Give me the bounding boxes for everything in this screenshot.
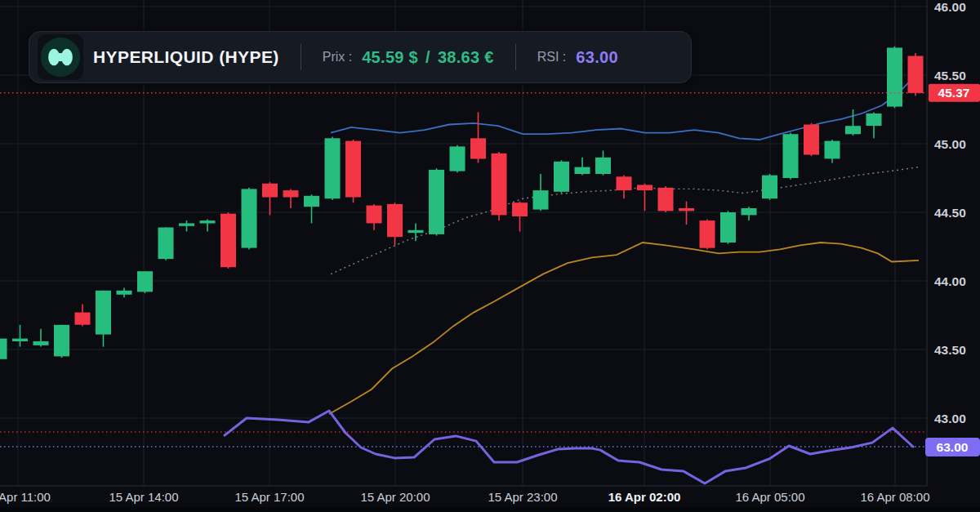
candle-body — [908, 56, 924, 93]
candle-body — [595, 158, 611, 174]
candle-body — [700, 220, 715, 248]
candle-body — [242, 189, 257, 247]
x-axis-time-label: 16 Apr 02:00 — [608, 490, 681, 504]
candle-body — [200, 220, 216, 223]
candle-body — [54, 325, 69, 357]
candle-body — [533, 190, 549, 210]
candle-body — [33, 341, 49, 345]
candle-body — [658, 188, 674, 211]
candle-body — [866, 114, 882, 126]
candle-body — [96, 291, 111, 335]
candle-body — [179, 223, 194, 225]
y-axis-tick-label: 44.00 — [934, 274, 966, 288]
hyperliquid-logo-svg — [38, 35, 82, 79]
candle-body — [75, 313, 91, 325]
x-axis-time-label: 16 Apr 05:00 — [735, 490, 804, 504]
sma-slow-line — [329, 243, 919, 414]
rsi-label-text: 63.00 — [937, 440, 969, 454]
x-axis-time-label: 15 Apr 14:00 — [109, 490, 178, 504]
candle-body — [720, 212, 736, 243]
header-divider — [301, 44, 301, 70]
candle-body — [283, 190, 299, 197]
x-axis-time-label: 15 Apr 20:00 — [360, 490, 430, 504]
rsi-label: RSI : — [537, 50, 567, 65]
y-axis-tick-label: 45.50 — [934, 69, 966, 82]
candle-body — [470, 138, 486, 158]
hyperliquid-logo-icon — [38, 34, 83, 80]
trading-chart-window: 46.0045.5045.0044.5044.0043.5043.00Apr 1… — [0, 0, 980, 512]
price-eur-value: 38.63 € — [438, 48, 494, 67]
header-divider-2 — [515, 44, 516, 70]
candle-body — [117, 291, 132, 295]
x-axis-time-label: 15 Apr 17:00 — [234, 490, 304, 504]
rsi-value: 63.00 — [576, 48, 618, 67]
price-separator: / — [425, 48, 430, 67]
y-axis-tick-label: 45.00 — [934, 137, 966, 151]
y-axis-tick-label: 46.00 — [934, 0, 966, 14]
price-usd-value: 45.59 $ — [362, 48, 418, 67]
candle-body — [783, 134, 799, 178]
candle-body — [554, 162, 569, 192]
candle-body — [137, 271, 153, 292]
candle-body — [262, 184, 278, 198]
candle-body — [220, 214, 236, 268]
candle-body — [0, 339, 7, 359]
bottom-strip — [0, 507, 980, 512]
candle-body — [304, 196, 319, 207]
candle-body — [408, 230, 424, 233]
x-axis-time-label: Apr 11:00 — [0, 490, 51, 504]
y-axis-tick-label: 43.00 — [934, 412, 966, 425]
candle-body — [325, 138, 341, 198]
x-axis-time-label: 15 Apr 23:00 — [488, 490, 557, 504]
candle-body — [429, 170, 444, 234]
candle-body — [825, 141, 840, 159]
candle-body — [450, 146, 466, 171]
candle-body — [617, 176, 632, 190]
candle-body — [845, 126, 861, 134]
candle-body — [575, 167, 590, 174]
x-axis-time-label: 16 Apr 08:00 — [860, 490, 929, 504]
y-axis-tick-label: 43.50 — [934, 343, 966, 357]
candle-body — [492, 154, 507, 216]
candle-body — [12, 339, 28, 341]
candle-body — [158, 228, 174, 260]
instrument-title: HYPERLIQUID (HYPE) — [93, 47, 279, 67]
candle-body — [762, 176, 777, 199]
instrument-header: HYPERLIQUID (HYPE) Prix : 45.59 $ / 38.6… — [29, 31, 692, 83]
candle-body — [679, 208, 694, 211]
candle-body — [345, 141, 361, 198]
candle-body — [637, 185, 653, 190]
candle-body — [804, 125, 819, 155]
candle-body — [367, 206, 382, 224]
candle-body — [387, 204, 403, 237]
price-label: Prix : — [323, 50, 352, 65]
candle-body — [742, 208, 757, 215]
y-axis-tick-label: 44.50 — [934, 206, 966, 220]
current-price-label-text: 45.37 — [938, 86, 970, 100]
candle-body — [887, 47, 902, 106]
candle-body — [512, 203, 528, 216]
